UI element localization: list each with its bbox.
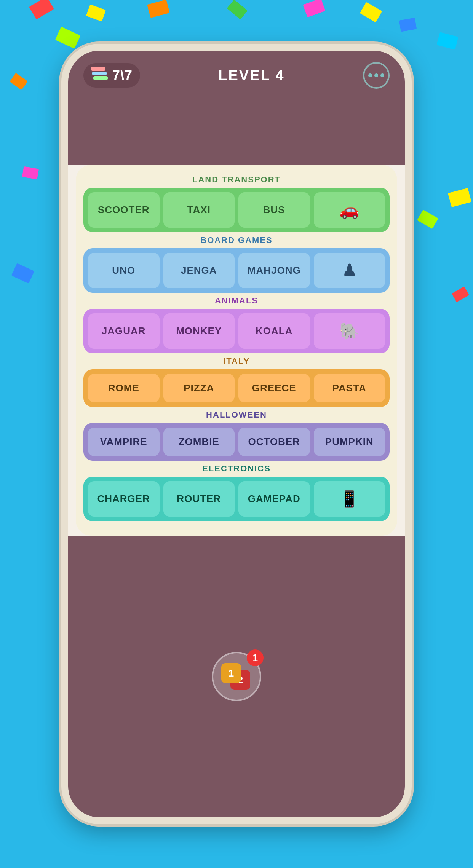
tile-italy-1[interactable]: PIZZA [163, 374, 235, 402]
category-group-electronics: ELECTRONICSCHARGERROUTERGAMEPAD📱 [83, 464, 390, 521]
hint-button[interactable]: 1 2 1 [212, 652, 261, 701]
tile-animals-0[interactable]: JAGUAR [88, 313, 160, 349]
tile-halloween-1[interactable]: ZOMBIE [163, 428, 235, 456]
category-row-land-transport: SCOOTERTAXIBUS🚗 [83, 188, 390, 232]
category-label-halloween: HALLOWEEN [83, 410, 390, 420]
header-area: 7\7 LEVEL 4 [68, 51, 405, 96]
tile-land-transport-1[interactable]: TAXI [163, 192, 235, 228]
phone-frame: 7\7 LEVEL 4 LAND TRANSPORTSCOOTERTAXIBUS… [61, 44, 412, 824]
tile-halloween-3[interactable]: PUMPKIN [314, 428, 385, 456]
score-badge: 7\7 [83, 63, 140, 88]
category-group-halloween: HALLOWEENVAMPIREZOMBIEOCTOBERPUMPKIN [83, 410, 390, 461]
bottom-area: 1 2 1 [68, 536, 405, 817]
game-board: LAND TRANSPORTSCOOTERTAXIBUS🚗BOARD GAMES… [76, 165, 397, 536]
tile-animals-2[interactable]: KOALA [238, 313, 310, 349]
level-title: LEVEL 4 [218, 67, 284, 84]
category-row-italy: ROMEPIZZAGREECEPASTA [83, 369, 390, 407]
tile-electronics-3[interactable]: 📱 [314, 481, 385, 517]
tile-electronics-1[interactable]: ROUTER [163, 481, 235, 517]
tile-halloween-0[interactable]: VAMPIRE [88, 428, 160, 456]
category-label-electronics: ELECTRONICS [83, 464, 390, 474]
hint-tile-1: 1 [221, 663, 241, 683]
layers-icon [91, 67, 108, 84]
category-row-halloween: VAMPIREZOMBIEOCTOBERPUMPKIN [83, 423, 390, 461]
tile-animals-1[interactable]: MONKEY [163, 313, 235, 349]
menu-button[interactable] [363, 62, 390, 89]
tile-italy-0[interactable]: ROME [88, 374, 160, 402]
tile-italy-2[interactable]: GREECE [238, 374, 310, 402]
category-label-board-games: BOARD GAMES [83, 235, 390, 245]
score-display: 7\7 [112, 67, 133, 83]
category-row-board-games: UNOJENGAMAHJONG♟ [83, 248, 390, 293]
tile-italy-3[interactable]: PASTA [314, 374, 385, 402]
tile-land-transport-0[interactable]: SCOOTER [88, 192, 160, 228]
hint-badge: 1 [247, 649, 264, 666]
tile-animals-3[interactable]: 🐘 [314, 313, 385, 349]
category-group-board-games: BOARD GAMESUNOJENGAMAHJONG♟ [83, 235, 390, 293]
menu-dots-icon [368, 73, 384, 77]
hint-tiles-icon: 1 2 [221, 663, 252, 690]
tile-land-transport-2[interactable]: BUS [238, 192, 310, 228]
tile-board-games-3[interactable]: ♟ [314, 253, 385, 288]
category-group-animals: ANIMALSJAGUARMONKEYKOALA🐘 [83, 296, 390, 353]
category-group-land-transport: LAND TRANSPORTSCOOTERTAXIBUS🚗 [83, 175, 390, 232]
tile-electronics-0[interactable]: CHARGER [88, 481, 160, 517]
tile-board-games-1[interactable]: JENGA [163, 253, 235, 288]
tile-electronics-2[interactable]: GAMEPAD [238, 481, 310, 517]
category-row-animals: JAGUARMONKEYKOALA🐘 [83, 309, 390, 353]
tile-land-transport-3[interactable]: 🚗 [314, 192, 385, 228]
category-label-italy: ITALY [83, 356, 390, 366]
category-group-italy: ITALYROMEPIZZAGREECEPASTA [83, 356, 390, 407]
tile-board-games-2[interactable]: MAHJONG [238, 253, 310, 288]
category-label-animals: ANIMALS [83, 296, 390, 306]
category-row-electronics: CHARGERROUTERGAMEPAD📱 [83, 477, 390, 521]
tile-board-games-0[interactable]: UNO [88, 253, 160, 288]
category-label-land-transport: LAND TRANSPORT [83, 175, 390, 185]
tile-halloween-2[interactable]: OCTOBER [238, 428, 310, 456]
brown-spacer [68, 96, 405, 165]
